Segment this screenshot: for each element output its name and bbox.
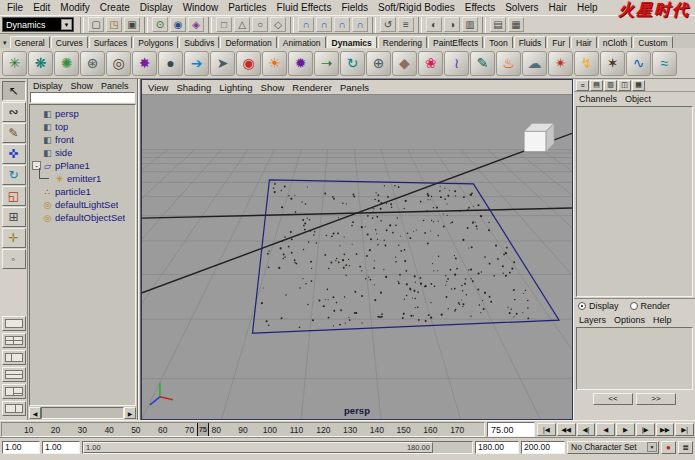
shelf-tab[interactable]: Polygons (133, 36, 178, 48)
shelf-tab[interactable]: Toon (484, 36, 512, 48)
viewport-menu[interactable]: Lighting (215, 82, 256, 93)
step-forward-frame-button[interactable]: ▶▶ (656, 423, 675, 436)
uniform-field-icon[interactable]: ➝ (314, 51, 339, 76)
group-divider[interactable] (144, 17, 148, 33)
list-operations-icon[interactable]: ≡ (398, 17, 414, 32)
layer-menu[interactable]: Help (649, 315, 676, 325)
viewport-menu[interactable]: Show (257, 82, 289, 93)
outliner-item[interactable]: ◎ defaultObjectSet (30, 211, 135, 224)
particle-tool-icon[interactable]: ✳ (2, 51, 27, 76)
outliner-item[interactable]: ◧ top (30, 120, 135, 133)
last-tool-used[interactable]: ◦ (2, 249, 26, 269)
outliner-item[interactable]: ◎ defaultLightSet (30, 198, 135, 211)
animation-end-field[interactable]: 200.00 (521, 441, 565, 454)
spring-icon[interactable]: ≀ (444, 51, 469, 76)
menu-item[interactable]: Edit (28, 2, 55, 13)
render-globals-icon[interactable]: ▥ (462, 17, 478, 32)
layout-single-pane-button[interactable] (2, 316, 26, 331)
ipr-render-icon[interactable]: ◑ (444, 17, 460, 32)
go-to-start-button[interactable]: |◀ (537, 423, 556, 436)
scroll-left-icon[interactable]: ◀ (29, 407, 41, 419)
show-channel-box-icon[interactable]: ▤ (490, 17, 506, 32)
emit-from-object-icon[interactable]: ✺ (54, 51, 79, 76)
menu-item[interactable]: Effects (460, 2, 500, 13)
viewport-menu[interactable]: Renderer (288, 82, 336, 93)
layout-four-view-button[interactable] (2, 333, 26, 348)
mask-curve-icon[interactable]: △ (234, 17, 250, 32)
radial-field-icon[interactable]: ☀ (262, 51, 287, 76)
viewport-menu[interactable]: Shading (172, 82, 215, 93)
shelf-tab[interactable]: Subdivs (179, 36, 219, 48)
fire-effect-icon[interactable]: ♨ (496, 51, 521, 76)
shelf-tab[interactable]: Dynamics (327, 36, 377, 48)
save-scene-icon[interactable]: ▣ (124, 17, 140, 32)
shelf-tab[interactable]: PaintEffects (428, 36, 483, 48)
shelf-tab[interactable]: Animation (278, 36, 326, 48)
mask-surface-icon[interactable]: ○ (252, 17, 268, 32)
channel-box-menu[interactable]: Channels (575, 94, 621, 104)
shelf-tab[interactable]: General (10, 36, 50, 48)
group-divider[interactable] (80, 17, 84, 33)
viewport-menu[interactable]: Panels (336, 82, 373, 93)
range-slider-handle[interactable]: 1.00 180.00 (83, 442, 433, 453)
snap-point-icon[interactable]: ∩ (334, 17, 350, 32)
select-object-icon[interactable]: ◉ (170, 17, 186, 32)
universal-manipulator-tool[interactable]: ⊞ (2, 207, 26, 227)
current-time-field[interactable]: 75.00 (487, 422, 535, 437)
step-forward-key-button[interactable]: |▶ (636, 423, 655, 436)
scroll-track[interactable] (41, 407, 124, 419)
drag-field-icon[interactable]: ➤ (210, 51, 235, 76)
window-icon[interactable]: ◫ (618, 80, 631, 91)
soft-body-icon[interactable]: ❀ (418, 51, 443, 76)
select-tool[interactable]: ↖ (2, 81, 26, 101)
outliner-item[interactable]: ∴ particle1 (30, 185, 135, 198)
display-radio[interactable] (578, 302, 586, 310)
next-layers-button[interactable]: >> (636, 393, 676, 405)
grid-icon[interactable]: ▤ (590, 80, 603, 91)
layout-two-pane-side-button[interactable] (2, 401, 26, 416)
layout-two-pane-stacked-button[interactable] (2, 367, 26, 382)
outliner-item[interactable]: ✳ emitter1 (30, 172, 135, 185)
fireworks-effect-icon[interactable]: ✴ (548, 51, 573, 76)
current-frame-marker[interactable]: 75 (197, 423, 209, 436)
move-tool[interactable]: ✜ (2, 144, 26, 164)
list-icon[interactable]: ≡ (576, 80, 589, 91)
rigid-body-icon[interactable]: ◆ (392, 51, 417, 76)
vortex-field-icon[interactable]: ↻ (340, 51, 365, 76)
air-field-icon[interactable]: ➔ (184, 51, 209, 76)
shelf-tab[interactable]: Hair (571, 36, 597, 48)
per-point-emission-icon[interactable]: ⊛ (80, 51, 105, 76)
curve-flow-icon[interactable]: ∿ (626, 51, 651, 76)
layer-menu[interactable]: Layers (575, 315, 610, 325)
rotate-tool[interactable]: ↻ (2, 165, 26, 185)
menu-item[interactable]: Fluid Effects (272, 2, 337, 13)
play-backwards-button[interactable]: ◀ (596, 423, 615, 436)
go-to-end-button[interactable]: ▶| (675, 423, 694, 436)
animation-start-field[interactable]: 1.00 (2, 441, 40, 454)
layout-persp-outliner-button[interactable] (2, 350, 26, 365)
shatter-effect-icon[interactable]: ✶ (600, 51, 625, 76)
menu-item[interactable]: Window (178, 2, 224, 13)
menuset-dropdown[interactable]: Dynamics ▼ (2, 17, 74, 32)
prev-layers-button[interactable]: << (593, 393, 633, 405)
menu-item[interactable]: Hair (544, 2, 572, 13)
smoke-effect-icon[interactable]: ☁ (522, 51, 547, 76)
play-forwards-button[interactable]: ▶ (616, 423, 635, 436)
playback-end-field[interactable]: 180.00 (475, 441, 519, 454)
layer-list[interactable] (576, 327, 693, 390)
scale-tool[interactable]: ◱ (2, 186, 26, 206)
menu-item[interactable]: Modify (55, 2, 94, 13)
menu-item[interactable]: File (2, 2, 28, 13)
auto-keyframe-button[interactable]: ● (661, 441, 676, 454)
paint-select-tool[interactable]: ✎ (2, 123, 26, 143)
shelf-tab[interactable]: Surfaces (89, 36, 133, 48)
outliner-filter-input[interactable] (30, 92, 135, 103)
menu-item[interactable]: Create (95, 2, 135, 13)
lightning-effect-icon[interactable]: ↯ (574, 51, 599, 76)
menu-item[interactable]: Display (135, 2, 178, 13)
viewport-menu[interactable]: View (144, 82, 172, 93)
timeline-ticks[interactable]: 75 1020304050607080901001101201301401501… (1, 422, 485, 437)
goal-icon[interactable]: ◎ (106, 51, 131, 76)
select-component-icon[interactable]: ◈ (188, 17, 204, 32)
step-back-frame-button[interactable]: ◀◀ (557, 423, 576, 436)
